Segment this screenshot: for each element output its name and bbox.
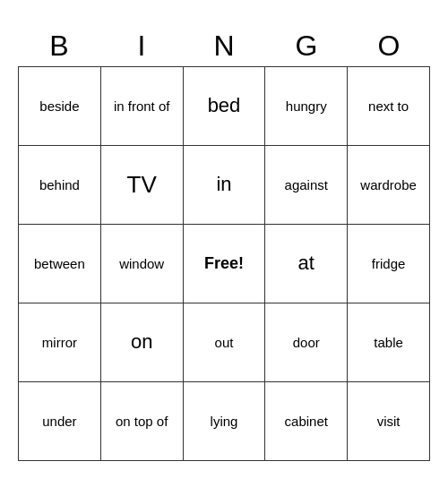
bingo-cell-r0-c0: beside [19,67,101,146]
header-letter-O: O [348,26,430,66]
bingo-cell-r1-c1: TV [101,146,184,225]
bingo-cell-r4-c2: lying [184,382,266,461]
bingo-cell-r2-c3: at [265,225,348,303]
bingo-cell-r4-c4: visit [348,382,430,461]
header-letter-I: I [100,26,183,66]
bingo-cell-r0-c3: hungry [265,67,348,146]
bingo-cell-r1-c0: behind [19,146,101,225]
bingo-cell-r3-c1: on [101,303,184,382]
bingo-cell-r3-c4: table [348,303,430,382]
bingo-cell-r1-c2: in [184,146,266,225]
bingo-cell-r0-c1: in front of [101,67,184,146]
bingo-cell-r3-c2: out [184,303,266,382]
bingo-cell-r2-c4: fridge [348,225,430,303]
bingo-cell-r0-c2: bed [184,67,266,146]
bingo-cell-r2-c0: between [19,225,101,303]
bingo-grid: besidein front ofbedhungrynext tobehindT… [18,66,430,461]
bingo-cell-r2-c2: Free! [184,225,266,303]
header-letter-N: N [183,26,265,66]
bingo-cell-r3-c0: mirror [19,303,101,382]
bingo-cell-r4-c3: cabinet [265,382,348,461]
bingo-cell-r4-c0: under [19,382,101,461]
bingo-card: BINGO besidein front ofbedhungrynext tob… [18,26,430,461]
bingo-cell-r2-c1: window [101,225,184,303]
bingo-header: BINGO [18,26,430,66]
bingo-cell-r1-c4: wardrobe [348,146,430,225]
header-letter-G: G [265,26,348,66]
bingo-cell-r1-c3: against [265,146,348,225]
bingo-cell-r3-c3: door [265,303,348,382]
bingo-cell-r0-c4: next to [348,67,430,146]
header-letter-B: B [18,26,100,66]
bingo-cell-r4-c1: on top of [101,382,184,461]
